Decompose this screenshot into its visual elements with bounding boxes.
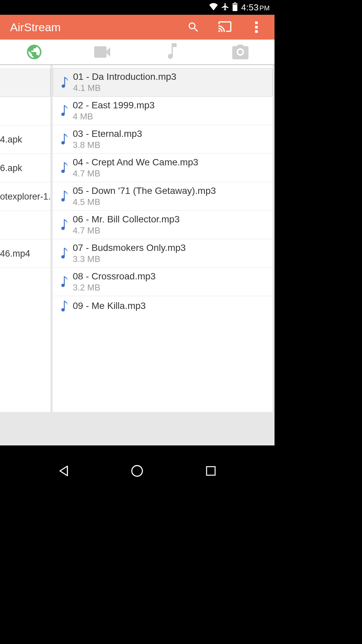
music-file-icon [56,219,73,230]
action-bar: AirStream [0,15,275,40]
file-name: 09 - Me Killa.mp3 [73,301,146,311]
file-list-item[interactable]: 05 - Down '71 (The Getaway).mp3 4.5 MB [53,182,273,211]
file-size: 3.3 MB [73,254,186,264]
left-list-item[interactable]: 6.apk [0,154,51,182]
wifi-icon [209,3,218,12]
file-name: 03 - Eternal.mp3 [73,128,142,139]
status-bar: 4:53PM [0,0,275,15]
svg-rect-3 [255,30,258,33]
file-name: 02 - East 1999.mp3 [73,100,155,111]
file-list-item[interactable]: 09 - Me Killa.mp3 [53,296,273,316]
battery-icon [232,2,238,12]
video-icon [94,46,112,58]
file-text: 03 - Eternal.mp3 3.8 MB [73,128,142,150]
more-vert-icon [255,21,258,33]
file-name: 07 - Budsmokers Only.mp3 [73,243,186,253]
airplane-mode-icon [221,2,230,12]
left-list-item[interactable]: 4.apk [0,125,51,154]
music-file-icon [56,276,73,287]
file-size: 4.1 MB [73,83,176,93]
svg-point-4 [132,466,143,476]
file-list-item[interactable]: 06 - Mr. Bill Collector.mp3 4.7 MB [53,211,273,239]
svg-rect-1 [255,21,258,24]
file-list-item[interactable]: 04 - Crept And We Came.mp3 4.7 MB [53,154,273,182]
action-icons-group [186,20,268,35]
file-list-item[interactable]: 02 - East 1999.mp3 4 MB [53,97,273,125]
file-name: 01 - Da Introduction.mp3 [73,71,176,82]
tab-strip [0,40,275,65]
cast-button[interactable] [218,20,232,35]
file-text: 09 - Me Killa.mp3 [73,301,146,312]
file-name: 05 - Down '71 (The Getaway).mp3 [73,185,216,196]
globe-icon [25,43,43,61]
file-name: 06 - Mr. Bill Collector.mp3 [73,214,180,225]
file-size: 4.7 MB [73,168,198,179]
svg-rect-2 [255,26,258,29]
nav-back-button[interactable] [56,463,72,479]
music-file-icon [56,248,73,259]
nav-recents-button[interactable] [203,463,219,479]
content-bottom-space [0,412,275,445]
tab-world[interactable] [0,40,69,64]
status-icons [209,2,238,12]
left-item-label: 4.apk [0,135,22,145]
left-list-item[interactable]: otexplorer-1.: [0,182,51,211]
cast-icon [218,21,232,33]
music-file-icon [56,77,73,88]
left-list-item[interactable]: 46.mp4 [0,239,51,268]
search-icon [187,21,200,34]
music-file-icon [56,133,73,145]
left-list-item[interactable] [0,211,51,239]
more-options-button[interactable] [249,20,264,35]
camera-icon [231,45,249,59]
left-item-label: 46.mp4 [0,249,30,259]
tab-video[interactable] [69,40,137,64]
file-size: 4.5 MB [73,197,216,207]
svg-rect-0 [233,4,237,5]
right-file-column[interactable]: 01 - Da Introduction.mp3 4.1 MB 02 - Eas… [53,65,273,445]
file-name: 04 - Crept And We Came.mp3 [73,157,198,168]
file-text: 04 - Crept And We Came.mp3 4.7 MB [73,157,198,179]
file-size: 4.7 MB [73,225,180,236]
music-icon [164,43,179,61]
file-list-item[interactable]: 03 - Eternal.mp3 3.8 MB [53,125,273,154]
file-name: 08 - Crossroad.mp3 [73,271,156,282]
tab-photo[interactable] [206,40,275,64]
left-header-cell [0,68,51,97]
svg-rect-5 [206,467,215,475]
left-file-column[interactable]: 4.apk 6.apk otexplorer-1.: 46.mp4 [0,65,51,445]
left-item-label: otexplorer-1.: [0,192,51,202]
music-file-icon [56,162,73,173]
recents-square-icon [205,465,217,477]
file-text: 01 - Da Introduction.mp3 4.1 MB [73,71,176,93]
nav-home-button[interactable] [129,463,145,479]
music-file-icon [56,301,73,312]
search-button[interactable] [186,20,201,35]
file-text: 05 - Down '71 (The Getaway).mp3 4.5 MB [73,185,216,207]
file-list-item[interactable]: 07 - Budsmokers Only.mp3 3.3 MB [53,239,273,268]
file-text: 02 - East 1999.mp3 4 MB [73,100,155,122]
file-text: 06 - Mr. Bill Collector.mp3 4.7 MB [73,214,180,236]
file-size: 3.2 MB [73,282,156,293]
tab-music[interactable] [137,40,206,64]
back-triangle-icon [57,465,70,477]
android-nav-bar [0,453,275,488]
music-file-icon [56,191,73,202]
file-list-item[interactable]: 08 - Crossroad.mp3 3.2 MB [53,268,273,296]
status-time: 4:53PM [241,2,270,13]
home-circle-icon [131,465,143,477]
music-file-icon [56,105,73,116]
file-size: 3.8 MB [73,140,142,150]
content-area: 4.apk 6.apk otexplorer-1.: 46.mp4 01 - D… [0,65,275,445]
file-text: 07 - Budsmokers Only.mp3 3.3 MB [73,243,186,264]
file-list-item[interactable]: 01 - Da Introduction.mp3 4.1 MB [53,68,273,97]
left-item-label: 6.apk [0,163,22,173]
app-title: AirStream [10,21,186,34]
file-size: 4 MB [73,111,155,122]
file-text: 08 - Crossroad.mp3 3.2 MB [73,271,156,293]
